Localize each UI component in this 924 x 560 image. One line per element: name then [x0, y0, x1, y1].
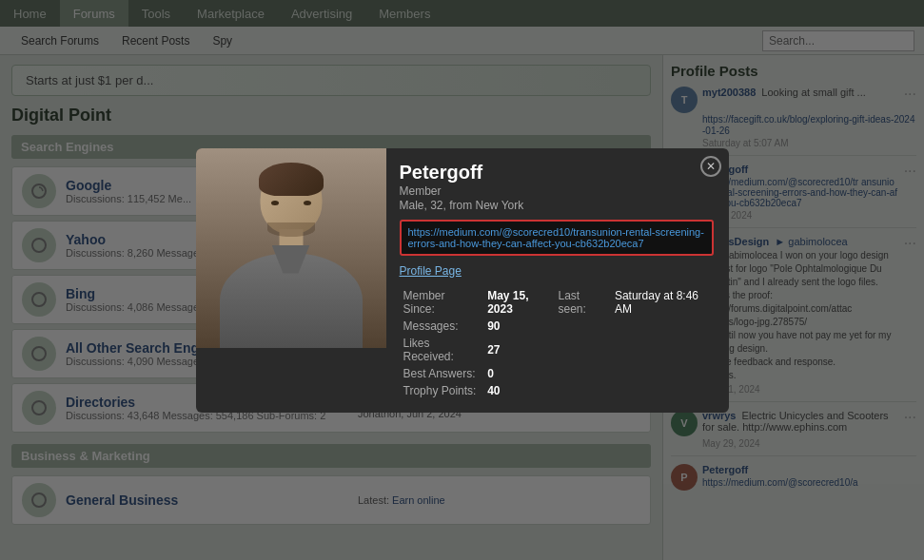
trophy-label: Trophy Points: — [400, 382, 484, 399]
profile-modal: ✕ Petergoff Member Male, 32, from New Yo… — [196, 148, 729, 413]
last-seen-value: Saturday at 8:46 AM — [611, 287, 714, 318]
modal-close-button[interactable]: ✕ — [700, 156, 721, 177]
messages-value: 90 — [483, 318, 554, 335]
modal-body: ✕ Petergoff Member Male, 32, from New Yo… — [386, 148, 729, 413]
member-since-label: Member Since: — [400, 287, 484, 318]
modal-role: Member — [400, 184, 714, 198]
best-answers-value: 0 — [483, 365, 554, 382]
best-answers-label: Best Answers: — [400, 365, 484, 382]
messages-label: Messages: — [400, 318, 484, 335]
modal-demographic: Male, 32, from New York — [400, 199, 714, 212]
modal-username: Petergoff — [400, 162, 714, 183]
likes-label: Likes Received: — [400, 335, 484, 365]
modal-link-box: https://medium.com/@scorecred10/transuni… — [400, 220, 714, 256]
last-seen-label: Last seen: — [554, 287, 610, 318]
trophy-value: 40 — [483, 382, 554, 399]
likes-value: 27 — [483, 335, 554, 365]
modal-overlay: ✕ Petergoff Member Male, 32, from New Yo… — [0, 0, 924, 560]
modal-profile-link[interactable]: Profile Page — [400, 264, 462, 278]
modal-stats: Member Since: May 15, 2023 Last seen: Sa… — [400, 287, 714, 399]
modal-photo — [196, 148, 386, 413]
member-since-value: May 15, 2023 — [483, 287, 554, 318]
